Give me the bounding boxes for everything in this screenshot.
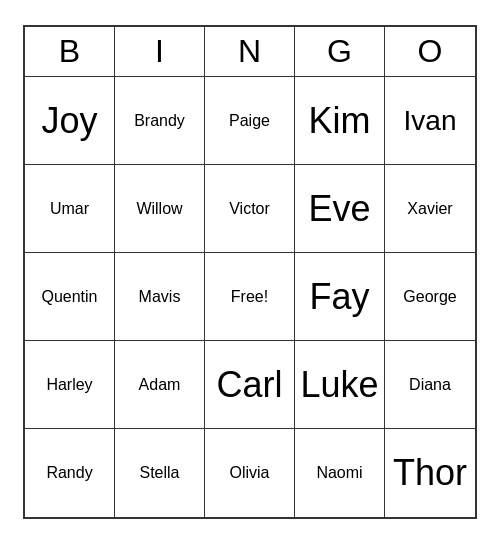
bingo-cell-1-4: Xavier [385, 165, 475, 253]
cell-text-1-3: Eve [308, 187, 370, 230]
bingo-cell-0-2: Paige [205, 77, 295, 165]
bingo-grid: JoyBrandyPaigeKimIvanUmarWillowVictorEve… [25, 77, 475, 517]
bingo-cell-4-4: Thor [385, 429, 475, 517]
cell-text-2-4: George [403, 287, 456, 306]
bingo-cell-2-3: Fay [295, 253, 385, 341]
bingo-cell-2-1: Mavis [115, 253, 205, 341]
header-letter-i: I [115, 27, 205, 77]
bingo-cell-1-0: Umar [25, 165, 115, 253]
cell-text-3-4: Diana [409, 375, 451, 394]
cell-text-1-4: Xavier [407, 199, 452, 218]
bingo-row-2: QuentinMavisFree!FayGeorge [25, 253, 475, 341]
cell-text-3-0: Harley [46, 375, 92, 394]
bingo-cell-4-1: Stella [115, 429, 205, 517]
cell-text-2-3: Fay [309, 275, 369, 318]
header-letter-n: N [205, 27, 295, 77]
bingo-cell-3-1: Adam [115, 341, 205, 429]
cell-text-4-3: Naomi [316, 463, 362, 482]
bingo-cell-4-0: Randy [25, 429, 115, 517]
bingo-card: BINGO JoyBrandyPaigeKimIvanUmarWillowVic… [23, 25, 477, 519]
cell-text-0-3: Kim [309, 99, 371, 142]
cell-text-1-1: Willow [136, 199, 182, 218]
cell-text-2-1: Mavis [139, 287, 181, 306]
header-letter-b: B [25, 27, 115, 77]
bingo-cell-3-3: Luke [295, 341, 385, 429]
bingo-cell-4-3: Naomi [295, 429, 385, 517]
header-letter-o: O [385, 27, 475, 77]
bingo-cell-3-4: Diana [385, 341, 475, 429]
cell-text-1-0: Umar [50, 199, 89, 218]
cell-text-4-2: Olivia [229, 463, 269, 482]
cell-text-3-3: Luke [300, 363, 378, 406]
bingo-row-3: HarleyAdamCarlLukeDiana [25, 341, 475, 429]
bingo-cell-2-4: George [385, 253, 475, 341]
cell-text-4-1: Stella [139, 463, 179, 482]
cell-text-0-4: Ivan [404, 104, 457, 138]
cell-text-3-2: Carl [216, 363, 282, 406]
bingo-cell-2-2: Free! [205, 253, 295, 341]
bingo-row-1: UmarWillowVictorEveXavier [25, 165, 475, 253]
cell-text-2-0: Quentin [41, 287, 97, 306]
cell-text-0-0: Joy [41, 99, 97, 142]
bingo-cell-3-0: Harley [25, 341, 115, 429]
bingo-header: BINGO [25, 27, 475, 77]
cell-text-1-2: Victor [229, 199, 270, 218]
bingo-cell-0-3: Kim [295, 77, 385, 165]
bingo-cell-0-0: Joy [25, 77, 115, 165]
bingo-cell-0-1: Brandy [115, 77, 205, 165]
bingo-cell-1-3: Eve [295, 165, 385, 253]
bingo-cell-2-0: Quentin [25, 253, 115, 341]
bingo-cell-1-2: Victor [205, 165, 295, 253]
bingo-cell-1-1: Willow [115, 165, 205, 253]
bingo-row-0: JoyBrandyPaigeKimIvan [25, 77, 475, 165]
bingo-row-4: RandyStellaOliviaNaomiThor [25, 429, 475, 517]
cell-text-3-1: Adam [139, 375, 181, 394]
cell-text-4-4: Thor [393, 451, 467, 494]
cell-text-4-0: Randy [46, 463, 92, 482]
cell-text-0-2: Paige [229, 111, 270, 130]
bingo-cell-4-2: Olivia [205, 429, 295, 517]
header-letter-g: G [295, 27, 385, 77]
bingo-cell-3-2: Carl [205, 341, 295, 429]
cell-text-0-1: Brandy [134, 111, 185, 130]
bingo-cell-0-4: Ivan [385, 77, 475, 165]
cell-text-2-2: Free! [231, 287, 268, 306]
